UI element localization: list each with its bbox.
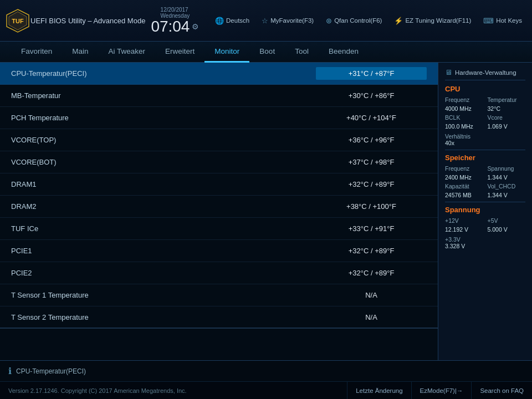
settings-icon[interactable]: ⚙ — [192, 23, 199, 30]
table-row[interactable]: T Sensor 2 Temperature N/A — [0, 306, 438, 329]
row-value: +40°C / +104°F — [316, 114, 427, 122]
nav-hotkeys[interactable]: ⌨ Hot Keys — [479, 14, 526, 27]
row-label: DRAM2 — [11, 202, 316, 211]
row-value: +36°C / +96°F — [316, 136, 427, 144]
row-label: DRAM1 — [11, 180, 316, 188]
content-area: CPU-Temperatur(PECI) +31°C / +87°F MB-Te… — [0, 63, 532, 360]
sidebar-item-value: 12.192 V — [445, 226, 483, 233]
row-label: PCIE1 — [11, 247, 316, 255]
monitor-icon: 🖥 — [445, 68, 452, 76]
letzte-button[interactable]: Letzte Änderung — [347, 382, 411, 399]
sidebar-item-label: Vol_CHCD — [488, 183, 526, 190]
table-row[interactable]: DRAM2 +38°C / +100°F — [0, 196, 438, 218]
logo-area: TUF UEFI BIOS Utility – Advanced Mode — [6, 8, 145, 33]
right-sidebar: 🖥 Hardware-Verwaltung CPU Frequenz Tempe… — [438, 63, 532, 360]
sidebar-spannung-title: Spannung — [445, 206, 525, 214]
nav-eztuning[interactable]: ⚡ EZ Tuning Wizard(F11) — [390, 14, 475, 27]
sidebar-item-value: 4000 MHz — [445, 105, 483, 112]
sidebar-item-value: 1.344 V — [488, 192, 526, 198]
sidebar-item-label: BCLK — [445, 114, 483, 121]
sidebar-item-label: Vcore — [488, 114, 526, 121]
row-label: MB-Temperatur — [11, 91, 316, 100]
row-label: PCIE2 — [11, 269, 316, 277]
table-row[interactable]: VCORE(TOP) +36°C / +96°F — [0, 129, 438, 151]
table-row[interactable]: PCIE2 +32°C / +89°F — [0, 262, 438, 284]
svg-text:TUF: TUF — [12, 18, 24, 24]
status-bar: Version 2.17.1246. Copyright (C) 2017 Am… — [0, 381, 532, 399]
row-label: CPU-Temperatur(PECI) — [11, 69, 316, 78]
tab-favoriten[interactable]: Favoriten — [11, 42, 62, 63]
row-label: VCORE(TOP) — [11, 136, 316, 144]
sidebar-item-label: Temperatur — [488, 96, 526, 103]
row-value: N/A — [316, 291, 427, 299]
row-value: +33°C / +91°F — [316, 224, 427, 233]
sidebar-item-label: +12V — [445, 217, 483, 224]
info-bar: ℹ CPU-Temperatur(PECI) — [0, 360, 532, 381]
row-label: T Sensor 1 Temperature — [11, 291, 316, 299]
search-faq-button[interactable]: Search on FAQ — [471, 382, 532, 399]
keyboard-icon: ⌨ — [483, 17, 494, 25]
row-value: +32°C / +89°F — [316, 180, 427, 188]
sidebar-item-label: Frequenz — [445, 96, 483, 103]
sidebar-cpu-grid: Frequenz Temperatur 4000 MHz 32°C BCLK V… — [445, 96, 525, 130]
nav-myfavorite[interactable]: ☆ MyFavorite(F3) — [257, 14, 318, 27]
table-row[interactable]: MB-Temperatur +30°C / +86°F — [0, 85, 438, 107]
3v3-value: 3.328 V — [445, 243, 525, 249]
info-text: CPU-Temperatur(PECI) — [16, 367, 86, 375]
sidebar-cpu-title: CPU — [445, 85, 525, 93]
sidebar-item-label: +5V — [488, 217, 526, 224]
sidebar-title: Hardware-Verwaltung — [455, 69, 516, 76]
row-value: +30°C / +86°F — [316, 91, 427, 100]
table-row[interactable]: PCH Temperature +40°C / +104°F — [0, 107, 438, 129]
date-text: 12/20/2017Wednesday — [161, 7, 190, 19]
row-label: PCH Temperature — [11, 114, 316, 122]
cpu-ratio-area: Verhältnis 40x — [445, 133, 525, 146]
table-row[interactable]: VCORE(BOT) +37°C / +98°F — [0, 151, 438, 173]
datetime-area: 12/20/2017Wednesday 07:04 ⚙ — [151, 7, 199, 34]
sidebar-item-value: 2400 MHz — [445, 174, 483, 181]
table-row[interactable]: TUF ICe +33°C / +91°F — [0, 218, 438, 240]
fan-icon: ⊛ — [326, 17, 332, 25]
row-value: +37°C / +98°F — [316, 158, 427, 166]
tab-tool[interactable]: Tool — [285, 42, 319, 63]
tab-monitor[interactable]: Monitor — [204, 42, 249, 63]
sidebar-item-label: Frequenz — [445, 165, 483, 172]
table-row[interactable]: DRAM1 +32°C / +89°F — [0, 173, 438, 196]
bios-title: UEFI BIOS Utility – Advanced Mode — [30, 17, 145, 25]
sidebar-item-value: 100.0 MHz — [445, 123, 483, 130]
tab-erweitert[interactable]: Erweitert — [155, 42, 204, 63]
table-row[interactable]: T Sensor 1 Temperature N/A — [0, 284, 438, 306]
row-label: VCORE(BOT) — [11, 158, 316, 166]
table-row[interactable]: PCIE1 +32°C / +89°F — [0, 240, 438, 262]
sidebar-item-value: 5.000 V — [488, 226, 526, 233]
spannung-3v3-area: +3.3V 3.328 V — [445, 236, 525, 249]
verhaltnis-value: 40x — [445, 140, 525, 146]
nav-qfan[interactable]: ⊛ Qfan Control(F6) — [321, 14, 386, 27]
tab-beenden[interactable]: Beenden — [319, 42, 369, 63]
sidebar-spannung-grid: +12V +5V 12.192 V 5.000 V — [445, 217, 525, 233]
sidebar-item-value: 24576 MB — [445, 192, 483, 198]
tab-ai-tweaker[interactable]: Ai Tweaker — [99, 42, 156, 63]
nav-deutsch[interactable]: 🌐 Deutsch — [211, 14, 254, 27]
info-icon: ℹ — [8, 366, 12, 376]
sidebar-item-label: Spannung — [488, 165, 526, 172]
sidebar-speicher-grid: Frequenz Spannung 2400 MHz 1.344 V Kapaz… — [445, 165, 525, 198]
time-display: 07:04 ⚙ — [151, 19, 199, 34]
sidebar-item-value: 1.069 V — [488, 123, 526, 130]
sidebar-header: 🖥 Hardware-Verwaltung — [445, 68, 525, 80]
sidebar-speicher-title: Speicher — [445, 154, 525, 162]
table-row[interactable]: CPU-Temperatur(PECI) +31°C / +87°F — [0, 63, 438, 85]
copyright-text: Version 2.17.1246. Copyright (C) 2017 Am… — [0, 387, 195, 394]
row-value: N/A — [316, 313, 427, 321]
lightning-icon: ⚡ — [394, 17, 403, 25]
star-icon: ☆ — [262, 17, 268, 25]
main-nav: Favoriten Main Ai Tweaker Erweitert Moni… — [0, 42, 532, 63]
ezmode-button[interactable]: EzMode(F7)|→ — [411, 382, 472, 399]
3v3-label: +3.3V — [445, 236, 525, 243]
header-nav: 🌐 Deutsch ☆ MyFavorite(F3) ⊛ Qfan Contro… — [211, 14, 526, 27]
tuf-logo: TUF — [6, 8, 30, 33]
tab-boot[interactable]: Boot — [249, 42, 285, 63]
main-table: CPU-Temperatur(PECI) +31°C / +87°F MB-Te… — [0, 63, 438, 360]
status-actions: Letzte Änderung EzMode(F7)|→ Search on F… — [347, 382, 532, 399]
tab-main[interactable]: Main — [62, 42, 98, 63]
